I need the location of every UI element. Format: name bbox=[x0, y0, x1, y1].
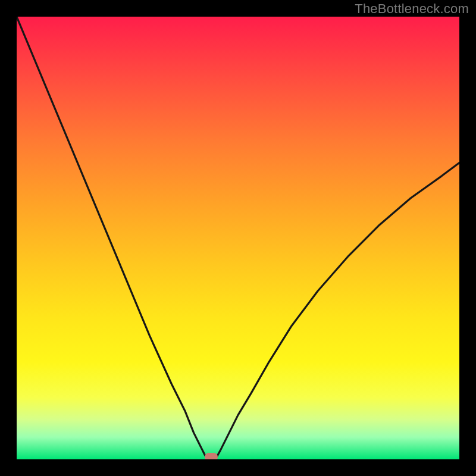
chart-frame: TheBottleneck.com bbox=[0, 0, 476, 476]
curve-right-branch bbox=[216, 163, 459, 459]
sweet-spot-marker bbox=[205, 453, 218, 459]
curve-layer bbox=[17, 17, 459, 459]
curve-left-branch bbox=[17, 17, 207, 459]
watermark-text: TheBottleneck.com bbox=[355, 1, 469, 17]
plot-area bbox=[17, 17, 459, 459]
